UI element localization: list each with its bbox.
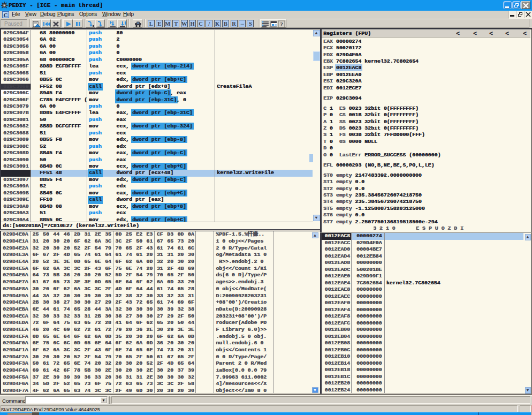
svg-text:?: ? <box>280 21 283 27</box>
